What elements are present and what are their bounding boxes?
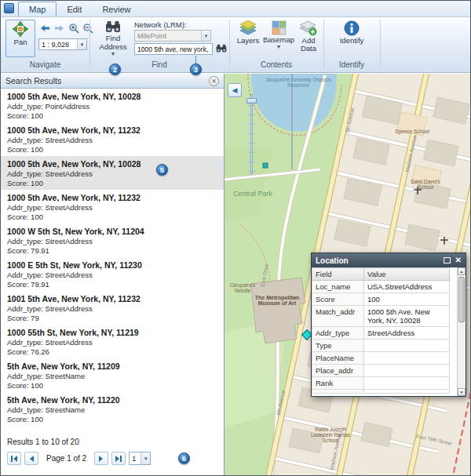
result-address: 1000 5th Ave, New York, NY, 10028 (7, 92, 217, 102)
back-arrow-icon: ◀ (232, 86, 238, 94)
search-result-item[interactable]: 1000 55th St, New York, NY, 11219 Addr_t… (1, 325, 224, 358)
map-view[interactable]: Jacqueline Kennedy Onassis Reservoir Cen… (225, 74, 471, 475)
maximize-icon[interactable] (444, 257, 451, 263)
results-pagination-footer: Results 1 to 10 of 20 Page 1 of 2 1 ▼ (1, 434, 224, 475)
layers-button[interactable]: Layers (234, 20, 262, 64)
result-address: 1001 5th Ave, New York, NY, 11232 (7, 294, 217, 304)
next-extent-icon (54, 24, 64, 32)
page-indicator: Page 1 of 2 (46, 454, 86, 463)
identify-button[interactable]: Identify (335, 20, 368, 64)
result-score: Score: 100 (7, 145, 217, 154)
last-page-button[interactable] (111, 452, 126, 465)
page-number-select[interactable]: 1 ▼ (129, 452, 151, 465)
table-row: Rank (312, 377, 450, 390)
search-result-item[interactable]: 1001 5th Ave, New York, NY, 11232 Addr_t… (1, 291, 224, 325)
identify-button-label: Identify (340, 37, 364, 45)
value-cell (364, 390, 450, 394)
result-score: Score: 79 (7, 314, 217, 323)
scroll-up-icon[interactable]: ▲ (458, 267, 466, 275)
result-score: Score: 100 (7, 179, 217, 188)
result-addr-type: Addr_type: StreetAddress (7, 338, 217, 347)
find-address-dropdown-arrow[interactable]: ▼ (111, 51, 116, 56)
basemap-dropdown-arrow[interactable]: ▼ (276, 44, 282, 49)
pan-button[interactable]: Pan (5, 20, 35, 57)
basemap-button[interactable]: Basemap ▼ (264, 20, 294, 64)
field-cell: Addr_type (312, 327, 364, 340)
close-panel-icon[interactable]: ✕ (209, 76, 219, 86)
callout-badge-2: 2 (109, 64, 121, 75)
result-score: Score: 79.91 (7, 246, 217, 256)
result-score: Score: 100 (7, 213, 217, 222)
result-address: 1000 E 5th St, New York, NY, 11230 (7, 260, 217, 271)
zoom-out-button[interactable] (81, 21, 94, 35)
previous-extent-map-button[interactable]: ◀ (228, 83, 242, 97)
location-popup: Location ✕ Field Value Loc_name USA.Stre… (311, 253, 466, 397)
tab-map[interactable]: Map (18, 2, 57, 16)
tab-review[interactable]: Review (92, 2, 141, 16)
result-addr-type: Addr_type: StreetAddress (7, 271, 217, 280)
first-page-button[interactable] (7, 452, 21, 465)
find-address-button[interactable]: Find Address ▼ (96, 20, 130, 64)
next-page-button[interactable] (94, 452, 108, 465)
scroll-down-icon[interactable]: ▼ (458, 388, 466, 396)
network-lrm-combo[interactable]: MilePoint ▼ (134, 30, 211, 42)
table-row: Loc_name USA.StreetAddress (312, 281, 450, 293)
tab-edit[interactable]: Edit (57, 2, 92, 16)
add-data-button[interactable]: Add Data (294, 20, 323, 64)
zoom-in-icon (68, 23, 79, 34)
location-popup-titlebar[interactable]: Location ✕ (312, 253, 466, 267)
previous-extent-icon (40, 24, 50, 32)
app-menu-button[interactable] (4, 3, 14, 13)
search-result-item[interactable]: 1000 5th Ave, New York, NY, 10028 Addr_t… (1, 89, 224, 122)
popup-scrollbar[interactable]: ▲ ▼ (457, 267, 466, 396)
zoom-slider[interactable] (246, 94, 257, 174)
search-result-item[interactable]: 1000 W 5th St, New York, NY, 11204 Addr_… (1, 223, 224, 257)
search-results-title: Search Results (5, 76, 209, 85)
layers-icon (239, 20, 257, 36)
search-result-item[interactable]: 1000 5th Ave, New York, NY, 11232 Addr_t… (1, 122, 224, 156)
identify-icon (344, 20, 360, 36)
search-result-item[interactable]: 5th Ave, New York, NY, 11220 Addr_type: … (1, 392, 224, 426)
table-row: Score 100 (312, 293, 450, 306)
callout-badge-5: 5 (156, 164, 168, 176)
table-row: Type (312, 340, 450, 352)
callout-badge-6: 6 (178, 452, 190, 464)
search-result-item[interactable]: 5th Ave, New York, NY, 11209 Addr_type: … (1, 358, 224, 392)
map-scale-dropdown-arrow[interactable]: ▼ (77, 39, 86, 49)
result-addr-type: Addr_type: StreetAddress (7, 203, 217, 213)
result-addr-type: Addr_type: StreetName (7, 372, 217, 381)
result-address: 5th Ave, New York, NY, 11209 (7, 362, 217, 372)
map-scale-combo[interactable]: 1 : 9,028 ▼ (38, 38, 87, 50)
value-cell: 1000 5th Ave, New York, NY, 10028 (364, 306, 450, 327)
group-label-contents: Contents (229, 60, 323, 69)
result-addr-type: Addr_type: StreetAddress (7, 136, 217, 145)
result-addr-type: Addr_type: PointAddress (7, 102, 217, 111)
location-attribute-table: Field Value Loc_name USA.StreetAddress S… (312, 267, 450, 394)
next-extent-button[interactable] (53, 21, 66, 35)
find-address-label-line2: Address (100, 43, 127, 51)
table-row: Match_addr 1000 5th Ave, New York, NY, 1… (312, 306, 450, 327)
basemap-button-label: Basemap (263, 36, 294, 44)
result-addr-type: Addr_type: StreetAddress (7, 304, 217, 314)
previous-page-button[interactable] (24, 452, 38, 465)
close-icon[interactable]: ✕ (455, 256, 462, 264)
zoom-in-button[interactable] (67, 21, 80, 35)
result-score: Score: 79.91 (7, 280, 217, 289)
find-address-input[interactable] (134, 43, 213, 55)
search-result-item[interactable]: 1000 5th Ave, New York, NY, 11232 Addr_t… (1, 190, 224, 223)
page-number-dropdown-arrow[interactable]: ▼ (141, 452, 150, 464)
previous-extent-button[interactable] (38, 21, 52, 35)
last-page-icon (115, 455, 122, 463)
field-cell (312, 390, 364, 394)
binoculars-icon (105, 20, 121, 34)
scrollbar-thumb[interactable] (458, 277, 465, 322)
table-row: Addr_type StreetAddress (312, 327, 450, 340)
result-address: 1000 5th Ave, New York, NY, 11232 (7, 125, 217, 136)
zoom-slider-handle[interactable] (246, 98, 257, 104)
search-result-item[interactable]: 1000 E 5th St, New York, NY, 11230 Addr_… (1, 257, 224, 291)
network-lrm-dropdown-arrow[interactable]: ▼ (201, 31, 210, 41)
zoom-out-icon (82, 23, 93, 34)
search-results-panel: Search Results ✕ 1000 5th Ave, New York,… (1, 74, 225, 475)
search-result-item-selected[interactable]: 1000 5th Ave, New York, NY, 10028 Addr_t… (1, 156, 224, 190)
run-find-button[interactable] (214, 42, 228, 55)
